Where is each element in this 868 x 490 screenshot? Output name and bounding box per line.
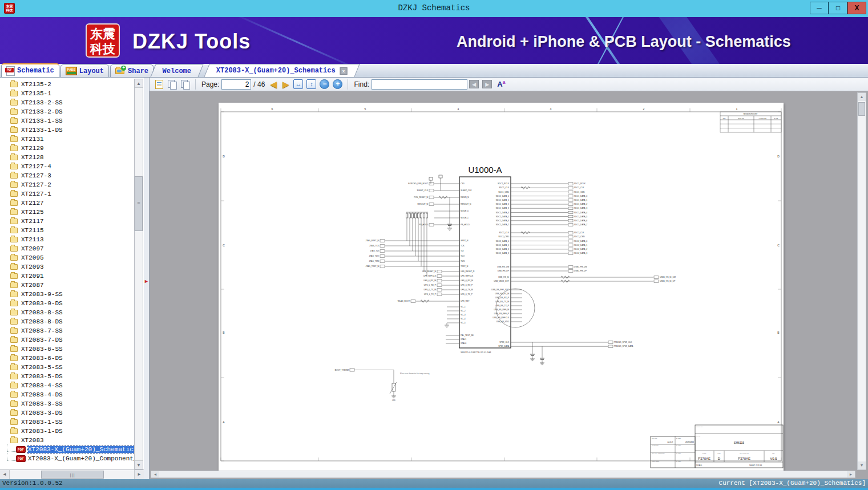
tree-item[interactable]: XT2115: [2, 226, 134, 235]
tree-item[interactable]: XT2133-1-DS: [2, 125, 134, 135]
scroll-up-icon[interactable]: ▲: [135, 79, 143, 88]
fit-width-button[interactable]: ↔: [293, 79, 303, 89]
fit-page-button[interactable]: ↕: [306, 79, 316, 89]
viewer-vertical-scrollbar[interactable]: ▲ ▼: [857, 92, 866, 470]
splitter-collapse-icon[interactable]: ►: [144, 278, 149, 284]
find-prev-button[interactable]: ◀: [469, 80, 479, 88]
scroll-right-icon[interactable]: ►: [134, 470, 144, 479]
svg-text:QUALITY CONTROL:: QUALITY CONTROL:: [652, 453, 665, 455]
svg-text:C: C: [777, 244, 780, 247]
tree-item[interactable]: XT2083-6-DS: [2, 354, 134, 363]
tree-item[interactable]: XT2127-4: [2, 162, 134, 171]
next-view-icon[interactable]: [181, 80, 189, 89]
panel-splitter[interactable]: ►: [144, 78, 149, 479]
tree-item[interactable]: XT2083-1-SS: [2, 418, 134, 427]
tree-item[interactable]: XT2127-2: [2, 180, 134, 189]
scroll-down-icon[interactable]: ▼: [858, 461, 866, 469]
tree-item[interactable]: XT2128: [2, 153, 134, 162]
svg-text:SDC1_DATA_3: SDC1_DATA_3: [496, 207, 509, 209]
scroll-up-icon[interactable]: ▲: [858, 93, 866, 101]
zoom-in-button[interactable]: +: [333, 79, 342, 89]
viewer-horizontal-scrollbar[interactable]: ◄ ►: [151, 471, 855, 478]
tree-item[interactable]: XT2135-2: [2, 80, 134, 89]
tree-item[interactable]: XT2133-1-SS: [2, 116, 134, 125]
tree-item[interactable]: XT2133-2-DS: [2, 107, 134, 116]
tree-item[interactable]: XT2083-1-DS: [2, 427, 134, 436]
tree-item[interactable]: XT2083-8-DS: [2, 317, 134, 326]
tree-item[interactable]: XT2087: [2, 281, 134, 290]
page-number-input[interactable]: [221, 79, 251, 90]
tree-item[interactable]: XT2131: [2, 135, 134, 144]
tree-item[interactable]: XT2083-5-SS: [2, 363, 134, 372]
scroll-left-icon[interactable]: ◄: [0, 470, 10, 479]
tree-item[interactable]: XT2127-1: [2, 189, 134, 199]
tree-item[interactable]: XT2083-5-DS: [2, 372, 134, 381]
tree-item[interactable]: PDFXT2083-X_(Guam+20)_Component_Loca: [2, 454, 134, 463]
match-case-icon[interactable]: Aa: [497, 79, 505, 88]
scroll-down-icon[interactable]: ▼: [135, 460, 143, 469]
sidebar-scroll-thumb[interactable]: ≡: [135, 176, 143, 231]
prev-page-button[interactable]: ◀: [270, 79, 277, 90]
tree-item[interactable]: XT2083-4-DS: [2, 390, 134, 399]
close-button[interactable]: X: [847, 2, 866, 14]
tree-item[interactable]: XT2083-7-DS: [2, 335, 134, 345]
doc-tab-close-icon[interactable]: x: [340, 67, 348, 75]
svg-text:SHEET: 2 OF 46: SHEET: 2 OF 46: [749, 464, 762, 467]
svg-text:B: B: [223, 331, 225, 334]
tree-item[interactable]: XT2083-9-DS: [2, 299, 134, 308]
tree-item[interactable]: XT2083-6-SS: [2, 345, 134, 354]
tree-item-label: XT2131: [21, 136, 44, 143]
viewer-scroll-thumb[interactable]: [858, 102, 865, 116]
find-next-button[interactable]: ▶: [482, 80, 492, 88]
tree-item[interactable]: XT2129: [2, 144, 134, 153]
svg-text:JTAG_TDI: JTAG_TDI: [370, 250, 379, 252]
svg-text:XTAL1: XTAL1: [461, 338, 466, 341]
scroll-left-icon[interactable]: ◄: [151, 471, 159, 477]
tree-item[interactable]: XT2083-4-SS: [2, 381, 134, 390]
tree-item[interactable]: XT2091: [2, 272, 134, 281]
tree-item[interactable]: XT2093: [2, 262, 134, 272]
tree-item[interactable]: XT2095: [2, 253, 134, 262]
svg-text:CX0: CX0: [461, 183, 465, 185]
tree-item[interactable]: XT2125: [2, 208, 134, 217]
tree-item[interactable]: XT2083-8-SS: [2, 308, 134, 317]
tree-item[interactable]: XT2127: [2, 199, 134, 208]
tree-item[interactable]: XT2083-3-SS: [2, 399, 134, 408]
prev-view-icon[interactable]: [168, 80, 176, 89]
tree-item[interactable]: XT2083: [2, 436, 134, 445]
tree-item[interactable]: PDFXT2083-X_(Guam+20)_Schematics: [2, 445, 134, 454]
tree-item-label: XT2129: [21, 145, 44, 152]
schematic-viewer[interactable]: 654321DDCCBBAAREVISION HISTORYREVECO NOA…: [150, 91, 868, 479]
scroll-right-icon[interactable]: ►: [847, 471, 855, 477]
tree-item[interactable]: XT2127-3: [2, 171, 134, 180]
minimize-button[interactable]: ─: [810, 2, 829, 14]
tree-item[interactable]: XT2133-2-SS: [2, 98, 134, 107]
find-input[interactable]: [372, 79, 467, 90]
folder-icon: [10, 145, 18, 151]
svg-text:SDC2_CLK: SDC2_CLK: [574, 232, 584, 234]
maximize-button[interactable]: □: [829, 2, 847, 14]
folder-icon: [10, 246, 18, 252]
tab-schematic[interactable]: PDF Schematic: [1, 63, 59, 77]
tree-item[interactable]: XT2097: [2, 244, 134, 253]
folder-icon: [10, 355, 18, 361]
zoom-out-button[interactable]: −: [320, 79, 329, 89]
tree-item[interactable]: XT2135-1: [2, 89, 134, 98]
tree-item[interactable]: XT2117: [2, 217, 134, 226]
copy-page-icon[interactable]: [155, 80, 163, 89]
tab-share[interactable]: + Share: [110, 64, 154, 77]
sidebar-hscroll-thumb[interactable]: |||: [41, 471, 104, 479]
doc-tab-schematics[interactable]: XT2083-X_(Guam+20)_Schematics x: [204, 64, 360, 77]
svg-text:SDC1_DATA_7: SDC1_DATA_7: [496, 224, 509, 226]
sidebar-horizontal-scrollbar[interactable]: ◄ ||| ►: [0, 469, 144, 479]
tree-item[interactable]: XT2083-3-DS: [2, 408, 134, 418]
doc-tab-welcome[interactable]: Welcome: [151, 64, 204, 77]
tree-item[interactable]: XT2113: [2, 235, 134, 244]
sidebar-vertical-scrollbar[interactable]: ▲ ≡ ▼: [134, 79, 143, 469]
brand-logo-text2: 科技: [87, 42, 119, 56]
tab-layout[interactable]: PADS Layout: [60, 64, 109, 77]
tree-item[interactable]: XT2083-9-SS: [2, 290, 134, 299]
match-case-a: A: [497, 80, 502, 89]
tree-item[interactable]: XT2083-7-SS: [2, 326, 134, 335]
next-page-button[interactable]: ▶: [282, 79, 289, 90]
